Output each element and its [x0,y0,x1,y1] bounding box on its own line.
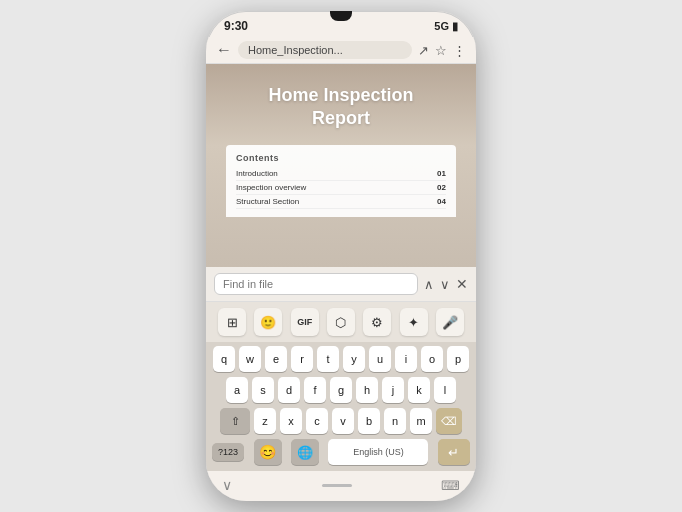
doc-title: Home Inspection Report [222,84,460,131]
key-b[interactable]: b [358,408,380,434]
space-key[interactable]: English (US) [328,439,428,465]
translate-button[interactable]: ⬡ [327,308,355,336]
key-a[interactable]: a [226,377,248,403]
key-f[interactable]: f [304,377,326,403]
sticker-button[interactable]: 🙂 [254,308,282,336]
numbers-key[interactable]: ?123 [212,443,244,461]
toc-row-3: Structural Section 04 [236,195,446,209]
star-icon[interactable]: ☆ [435,43,447,58]
menu-icon[interactable]: ⋮ [453,43,466,58]
keyboard-icon[interactable]: ⌨ [441,478,460,493]
toc-item-1-label: Introduction [236,169,278,178]
collapse-chevron[interactable]: ∨ [222,477,232,493]
key-s[interactable]: s [252,377,274,403]
key-j[interactable]: j [382,377,404,403]
battery-icon: ▮ [452,20,458,33]
key-d[interactable]: d [278,377,300,403]
toc-row-2: Inspection overview 02 [236,181,446,195]
key-t[interactable]: t [317,346,339,372]
find-up-button[interactable]: ∧ [424,277,434,292]
signal-label: 5G [434,20,449,32]
phone-bottom-bar: ∨ ⌨ [206,471,476,501]
key-m[interactable]: m [410,408,432,434]
key-u[interactable]: u [369,346,391,372]
toc-row-1: Introduction 01 [236,167,446,181]
toc-item-1-num: 01 [437,169,446,178]
key-l[interactable]: l [434,377,456,403]
key-h[interactable]: h [356,377,378,403]
return-key[interactable]: ↵ [438,439,470,465]
key-z[interactable]: z [254,408,276,434]
doc-content: Contents Introduction 01 Inspection over… [226,145,456,217]
backspace-key[interactable]: ⌫ [436,408,462,434]
key-x[interactable]: x [280,408,302,434]
emoji-key[interactable]: 😊 [254,439,282,465]
gif-button[interactable]: GIF [291,308,319,336]
key-q[interactable]: q [213,346,235,372]
browser-url[interactable]: Home_Inspection... [238,41,412,59]
contents-label: Contents [236,153,446,163]
keyboard-bottom-row: ?123 😊 🌐 English (US) ↵ [210,439,472,465]
grid-button[interactable]: ⊞ [218,308,246,336]
browser-bar: ← Home_Inspection... ↗ ☆ ⋮ [206,37,476,64]
share-icon[interactable]: ↗ [418,43,429,58]
key-v[interactable]: v [332,408,354,434]
find-bar: ∧ ∨ ✕ [206,267,476,302]
find-close-button[interactable]: ✕ [456,276,468,292]
keyboard-row-1: q w e r t y u i o p [210,346,472,372]
toc-item-2-label: Inspection overview [236,183,306,192]
key-n[interactable]: n [384,408,406,434]
browser-back-button[interactable]: ← [216,41,232,59]
browser-icons: ↗ ☆ ⋮ [418,43,466,58]
doc-title-section: Home Inspection Report [206,64,476,141]
key-c[interactable]: c [306,408,328,434]
key-w[interactable]: w [239,346,261,372]
toc-item-2-num: 02 [437,183,446,192]
phone-device: 9:30 5G ▮ ← Home_Inspection... ↗ ☆ ⋮ Hom… [206,11,476,501]
key-p[interactable]: p [447,346,469,372]
globe-key[interactable]: 🌐 [291,439,319,465]
key-r[interactable]: r [291,346,313,372]
home-handle [322,484,352,487]
mic-button[interactable]: 🎤 [436,308,464,336]
find-nav: ∧ ∨ [424,277,450,292]
key-y[interactable]: y [343,346,365,372]
toc-item-3-label: Structural Section [236,197,299,206]
find-input[interactable] [214,273,418,295]
keyboard-toolbar: ⊞ 🙂 GIF ⬡ ⚙ ✦ 🎤 [206,302,476,342]
keyboard-row-2: a s d f g h j k l [210,377,472,403]
find-down-button[interactable]: ∨ [440,277,450,292]
key-e[interactable]: e [265,346,287,372]
status-time: 9:30 [224,19,248,33]
document-area: Home Inspection Report Contents Introduc… [206,64,476,267]
palette-button[interactable]: ✦ [400,308,428,336]
key-g[interactable]: g [330,377,352,403]
toc-item-3-num: 04 [437,197,446,206]
status-icons: 5G ▮ [434,20,458,33]
keyboard-row-3: ⇧ z x c v b n m ⌫ [210,408,472,434]
key-i[interactable]: i [395,346,417,372]
settings-button[interactable]: ⚙ [363,308,391,336]
key-k[interactable]: k [408,377,430,403]
key-o[interactable]: o [421,346,443,372]
shift-key[interactable]: ⇧ [220,408,250,434]
keyboard: q w e r t y u i o p a s d f g h j k l ⇧ … [206,342,476,471]
